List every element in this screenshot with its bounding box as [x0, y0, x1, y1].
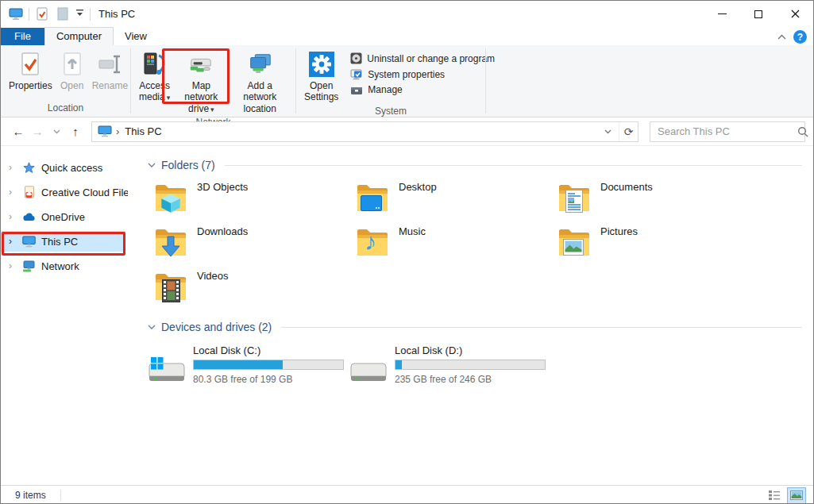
- this-pc-icon: [98, 125, 112, 137]
- sidebar-item-creative-cloud-files[interactable]: › Creative Cloud Files: [1, 182, 128, 202]
- folder-icon: [152, 178, 190, 216]
- open-icon: [59, 51, 86, 78]
- qat-newfolder-icon[interactable]: [55, 6, 71, 22]
- section-title[interactable]: Folders (7): [161, 159, 215, 171]
- folder-label: Music: [399, 225, 426, 237]
- recent-locations-dropdown-icon[interactable]: [47, 122, 66, 141]
- breadcrumb[interactable]: This PC: [125, 125, 600, 137]
- add-network-location-button[interactable]: Add a network location: [229, 48, 291, 117]
- collapse-section-icon[interactable]: [148, 325, 156, 329]
- expand-chevron-icon[interactable]: ›: [9, 162, 17, 173]
- sidebar-item-network[interactable]: › Network: [1, 256, 128, 276]
- manage-label: Manage: [368, 84, 402, 95]
- folder-label: Downloads: [197, 225, 248, 237]
- explorer-window: This PC File Computer View ?: [0, 0, 814, 504]
- sidebar-item-quick-access[interactable]: › Quick access: [1, 157, 128, 178]
- dropdown-arrow-icon: ▾: [210, 106, 214, 113]
- details-view-button[interactable]: [766, 488, 783, 503]
- properties-button[interactable]: Properties: [6, 48, 56, 94]
- expand-chevron-icon[interactable]: ›: [9, 187, 17, 198]
- refresh-icon[interactable]: ⟳: [619, 122, 638, 141]
- folder-item-music[interactable]: ♪ Music: [353, 222, 555, 267]
- network-icon: [22, 260, 36, 272]
- group-label-system: System: [296, 106, 485, 120]
- hard-drive-icon: [349, 354, 388, 386]
- folder-icon: [555, 178, 593, 216]
- sidebar-item-label: Creative Cloud Files: [41, 187, 128, 198]
- this-pc-icon: [22, 235, 36, 248]
- close-button[interactable]: [777, 1, 813, 27]
- folder-item-pictures[interactable]: Pictures: [555, 222, 757, 267]
- onedrive-icon: [22, 210, 36, 223]
- ribbon-group-location: Properties Open Rename Location: [1, 45, 130, 117]
- section-title[interactable]: Devices and drives (2): [161, 321, 272, 333]
- divider: [90, 8, 91, 21]
- folder-icon: [555, 222, 593, 260]
- maximize-button[interactable]: [740, 1, 777, 27]
- add-network-location-label-line1: Add a network: [232, 80, 287, 103]
- divider: [60, 490, 61, 501]
- back-icon[interactable]: ←: [9, 122, 28, 141]
- access-media-label-line1: Access: [139, 80, 170, 91]
- expand-chevron-icon[interactable]: ›: [9, 211, 17, 222]
- system-properties-button[interactable]: System properties: [348, 67, 497, 81]
- search-icon[interactable]: [797, 126, 808, 137]
- quick-access-icon: [22, 161, 36, 174]
- address-bar[interactable]: › This PC ⟳: [91, 121, 638, 142]
- large-icons-view-button[interactable]: [788, 488, 805, 503]
- open-settings-button[interactable]: Open Settings: [301, 48, 341, 106]
- expand-chevron-icon[interactable]: ›: [9, 236, 17, 247]
- collapse-ribbon-icon[interactable]: [777, 34, 786, 40]
- download-arrow-icon: [161, 236, 180, 260]
- open-button[interactable]: Open: [56, 48, 89, 94]
- map-network-drive-button[interactable]: Map network drive▾: [173, 48, 229, 117]
- expand-chevron-icon[interactable]: ›: [9, 260, 17, 271]
- qat-properties-icon[interactable]: [34, 6, 50, 22]
- open-label: Open: [60, 80, 83, 91]
- uninstall-program-button[interactable]: Uninstall or change a program: [348, 52, 497, 65]
- manage-icon: [350, 84, 363, 95]
- minimize-button[interactable]: [704, 1, 740, 27]
- drive-free-space: 80.3 GB free of 199 GB: [193, 374, 344, 385]
- search-input[interactable]: [650, 125, 797, 137]
- drive-item-c[interactable]: Local Disk (C:) 80.3 GB free of 199 GB: [148, 344, 349, 386]
- drive-usage-bar: [395, 360, 546, 370]
- tab-file[interactable]: File: [1, 28, 44, 45]
- folder-item-documents[interactable]: Documents: [555, 178, 757, 222]
- folder-item-videos[interactable]: Videos: [152, 267, 353, 311]
- forward-icon[interactable]: →: [28, 122, 47, 141]
- system-properties-icon: [350, 68, 363, 80]
- access-media-button[interactable]: Access media▾: [136, 48, 173, 106]
- drive-free-space: 235 GB free of 246 GB: [395, 374, 546, 385]
- sidebar-item-label: OneDrive: [41, 211, 85, 223]
- sidebar-item-label: This PC: [41, 236, 78, 248]
- ribbon-tab-row: File Computer View ?: [1, 27, 813, 45]
- desktop-screen-icon: [361, 195, 382, 214]
- rename-icon: [96, 51, 123, 78]
- tab-view[interactable]: View: [114, 28, 158, 45]
- sidebar-item-onedrive[interactable]: › OneDrive: [1, 206, 128, 227]
- folder-item-downloads[interactable]: Downloads: [152, 222, 353, 267]
- address-dropdown-icon[interactable]: [600, 122, 615, 141]
- folder-item-3d-objects[interactable]: 3D Objects: [152, 178, 353, 222]
- drives-grid: Local Disk (C:) 80.3 GB free of 199 GB L…: [148, 344, 813, 386]
- folder-icon: [353, 178, 392, 216]
- breadcrumb-chevron-icon[interactable]: ›: [116, 125, 119, 137]
- help-icon[interactable]: ?: [793, 30, 807, 44]
- group-label-location: Location: [1, 102, 130, 117]
- up-icon[interactable]: ↑: [66, 122, 85, 141]
- items-count: 9 items: [15, 490, 46, 501]
- tab-computer[interactable]: Computer: [44, 27, 114, 45]
- dropdown-arrow-icon: ▾: [167, 94, 171, 102]
- collapse-section-icon[interactable]: [148, 163, 156, 167]
- qat-customize-dropdown-icon[interactable]: [75, 10, 85, 18]
- rename-button[interactable]: Rename: [89, 48, 131, 94]
- open-settings-label-line2: Settings: [304, 91, 338, 102]
- folder-item-desktop[interactable]: Desktop: [353, 178, 555, 222]
- manage-button[interactable]: Manage: [348, 83, 497, 96]
- divider: [281, 327, 802, 328]
- uninstall-program-label: Uninstall or change a program: [367, 53, 495, 64]
- drive-item-d[interactable]: Local Disk (D:) 235 GB free of 246 GB: [349, 344, 551, 386]
- sidebar-item-this-pc[interactable]: › This PC: [1, 231, 125, 252]
- ribbon-group-network: Access media▾ Map network drive▾ Add a n…: [131, 45, 295, 117]
